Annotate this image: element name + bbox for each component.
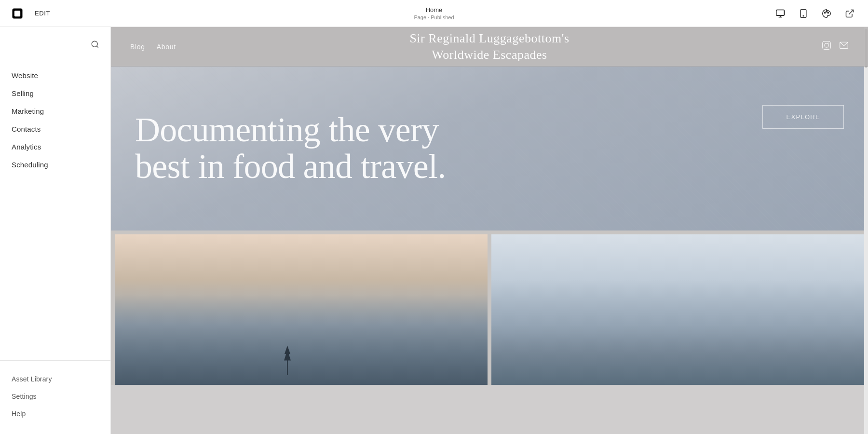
- sidebar-item-contacts[interactable]: Contacts: [0, 120, 110, 138]
- scrollbar[interactable]: [864, 27, 868, 434]
- sidebar-item-analytics[interactable]: Analytics: [0, 138, 110, 156]
- preview-hero: Documenting the very best in food and tr…: [111, 67, 868, 231]
- svg-line-8: [849, 10, 853, 14]
- page-name: Home: [414, 6, 454, 14]
- sidebar-top: [0, 27, 110, 57]
- preview-nav-about[interactable]: About: [157, 43, 176, 51]
- svg-point-7: [827, 12, 829, 13]
- preview-header-icons: [822, 41, 849, 53]
- preview-area: Blog About Sir Reginald Luggagebottom's …: [111, 27, 868, 434]
- preview-hero-text: Documenting the very best in food and tr…: [135, 112, 497, 185]
- preview-image-right: [491, 234, 864, 385]
- sidebar-item-asset-library[interactable]: Asset Library: [0, 370, 110, 388]
- sidebar-item-help[interactable]: Help: [0, 405, 110, 422]
- preview-nav-blog[interactable]: Blog: [130, 43, 145, 51]
- svg-point-9: [92, 41, 97, 47]
- instagram-icon[interactable]: [822, 41, 831, 53]
- search-button[interactable]: [87, 37, 103, 52]
- sidebar-nav: Website Selling Marketing Contacts Analy…: [0, 57, 110, 360]
- svg-rect-10: [823, 41, 831, 50]
- svg-point-4: [803, 15, 804, 16]
- svg-point-12: [828, 42, 829, 43]
- email-icon[interactable]: [839, 41, 849, 53]
- page-status: Page · Published: [414, 14, 454, 20]
- sidebar-item-website[interactable]: Website: [0, 67, 110, 84]
- preview-image-left: [115, 234, 488, 385]
- preview-site-title: Sir Reginald Luggagebottom's Worldwide E…: [409, 30, 569, 63]
- sidebar-item-scheduling[interactable]: Scheduling: [0, 156, 110, 174]
- preview-images-section: [111, 231, 868, 385]
- topbar-left: EDIT: [10, 6, 50, 21]
- tree-silhouette: [283, 341, 292, 375]
- preview-explore-button[interactable]: Explore: [762, 105, 844, 129]
- sidebar: Website Selling Marketing Contacts Analy…: [0, 27, 111, 434]
- sidebar-item-marketing[interactable]: Marketing: [0, 102, 110, 120]
- edit-label: EDIT: [35, 10, 50, 17]
- topbar-right: [772, 5, 858, 22]
- open-external-button[interactable]: [841, 5, 858, 22]
- svg-point-5: [824, 12, 826, 13]
- svg-rect-1: [14, 10, 20, 16]
- svg-point-11: [825, 43, 828, 47]
- website-preview: Blog About Sir Reginald Luggagebottom's …: [111, 27, 868, 434]
- svg-rect-2: [776, 10, 785, 15]
- sidebar-item-settings[interactable]: Settings: [0, 388, 110, 405]
- main-layout: Website Selling Marketing Contacts Analy…: [0, 27, 868, 434]
- desktop-view-button[interactable]: [772, 5, 789, 22]
- sidebar-bottom: Asset Library Settings Help: [0, 360, 110, 434]
- topbar-center: Home Page · Published: [414, 6, 454, 20]
- squarespace-logo[interactable]: [10, 6, 25, 21]
- tablet-view-button[interactable]: [795, 5, 812, 22]
- sidebar-item-selling[interactable]: Selling: [0, 84, 110, 102]
- design-button[interactable]: [818, 5, 835, 22]
- topbar: EDIT Home Page · Published: [0, 0, 868, 27]
- preview-site-header: Blog About Sir Reginald Luggagebottom's …: [111, 27, 868, 67]
- preview-nav: Blog About: [130, 43, 176, 51]
- svg-point-6: [826, 11, 827, 12]
